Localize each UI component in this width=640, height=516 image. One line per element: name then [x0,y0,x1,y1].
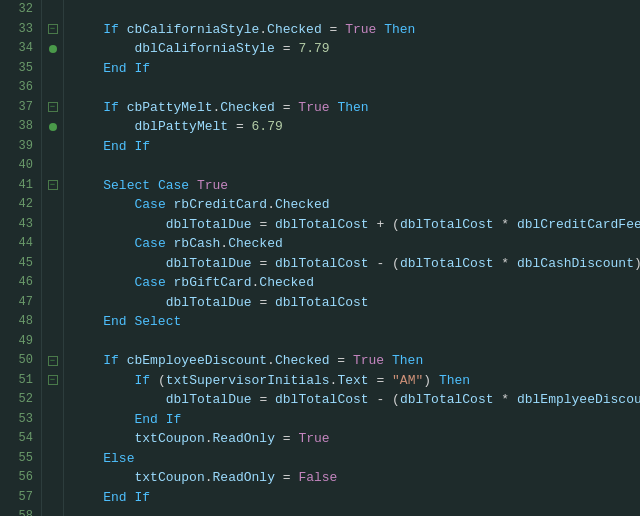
code-line: If cbPattyMelt.Checked = True Then [72,98,640,118]
gutter-line [42,195,63,215]
gutter-line [42,312,63,332]
line-number: 49 [4,332,33,352]
code-line: End If [72,488,640,508]
code-area[interactable]: If cbCaliforniaStyle.Checked = True Then… [64,0,640,516]
gutter-line [42,215,63,235]
gutter-line [42,507,63,516]
gutter-line [42,449,63,469]
code-line: dblPattyMelt = 6.79 [72,117,640,137]
gutter-line [42,39,63,59]
gutter-line [42,117,63,137]
gutter-line [42,254,63,274]
code-line [72,332,640,352]
line-number: 53 [4,410,33,430]
line-number: 44 [4,234,33,254]
line-number: 47 [4,293,33,313]
gutter: −−−−−− [42,0,64,516]
code-line: Case rbGiftCard.Checked [72,273,640,293]
code-line [72,78,640,98]
line-number: 51 [4,371,33,391]
collapse-button[interactable]: − [48,102,58,112]
line-number: 35 [4,59,33,79]
line-number: 38 [4,117,33,137]
line-number: 56 [4,468,33,488]
gutter-line [42,59,63,79]
gutter-line: − [42,20,63,40]
gutter-line [42,390,63,410]
gutter-line [42,137,63,157]
line-number: 34 [4,39,33,59]
gutter-line: − [42,351,63,371]
line-number: 46 [4,273,33,293]
breakpoint-dot [49,123,57,131]
gutter-line [42,293,63,313]
line-number: 39 [4,137,33,157]
code-line: If (txtSupervisorInitials.Text = "AM") T… [72,371,640,391]
line-number: 41 [4,176,33,196]
line-number: 48 [4,312,33,332]
gutter-line: − [42,176,63,196]
gutter-line [42,468,63,488]
line-number: 54 [4,429,33,449]
gutter-line [42,429,63,449]
code-line: dblTotalDue = dblTotalCost [72,293,640,313]
code-line: Else [72,449,640,469]
code-line: If cbCaliforniaStyle.Checked = True Then [72,20,640,40]
line-number: 32 [4,0,33,20]
line-number: 58 [4,507,33,516]
collapse-button[interactable]: − [48,180,58,190]
line-number: 37 [4,98,33,118]
gutter-line [42,410,63,430]
code-line: End If [72,410,640,430]
code-line [72,507,640,516]
code-line: End If [72,137,640,157]
line-number: 36 [4,78,33,98]
gutter-line: − [42,371,63,391]
gutter-line [42,488,63,508]
line-number: 42 [4,195,33,215]
gutter-line [42,234,63,254]
gutter-line [42,78,63,98]
code-line: Select Case True [72,176,640,196]
editor: 3233343536373839404142434445464748495051… [0,0,640,516]
code-line: txtCoupon.ReadOnly = True [72,429,640,449]
code-line: If cbEmployeeDiscount.Checked = True The… [72,351,640,371]
collapse-button[interactable]: − [48,375,58,385]
line-number: 52 [4,390,33,410]
collapse-button[interactable]: − [48,356,58,366]
breakpoint-dot [49,45,57,53]
line-number: 40 [4,156,33,176]
code-line: dblTotalDue = dblTotalCost - (dblTotalCo… [72,254,640,274]
gutter-line [42,156,63,176]
code-line: txtCoupon.ReadOnly = False [72,468,640,488]
line-numbers: 3233343536373839404142434445464748495051… [0,0,42,516]
line-number: 45 [4,254,33,274]
code-line [72,0,640,20]
code-line: dblTotalDue = dblTotalCost + (dblTotalCo… [72,215,640,235]
gutter-line [42,332,63,352]
line-number: 55 [4,449,33,469]
line-number: 50 [4,351,33,371]
gutter-line [42,273,63,293]
code-line: End Select [72,312,640,332]
code-line: dblTotalDue = dblTotalCost - (dblTotalCo… [72,390,640,410]
line-number: 57 [4,488,33,508]
code-line [72,156,640,176]
code-line: End If [72,59,640,79]
code-line: Case rbCreditCard.Checked [72,195,640,215]
line-number: 33 [4,20,33,40]
line-number: 43 [4,215,33,235]
collapse-button[interactable]: − [48,24,58,34]
code-line: dblCaliforniaStyle = 7.79 [72,39,640,59]
gutter-line: − [42,98,63,118]
gutter-line [42,0,63,20]
code-line: Case rbCash.Checked [72,234,640,254]
